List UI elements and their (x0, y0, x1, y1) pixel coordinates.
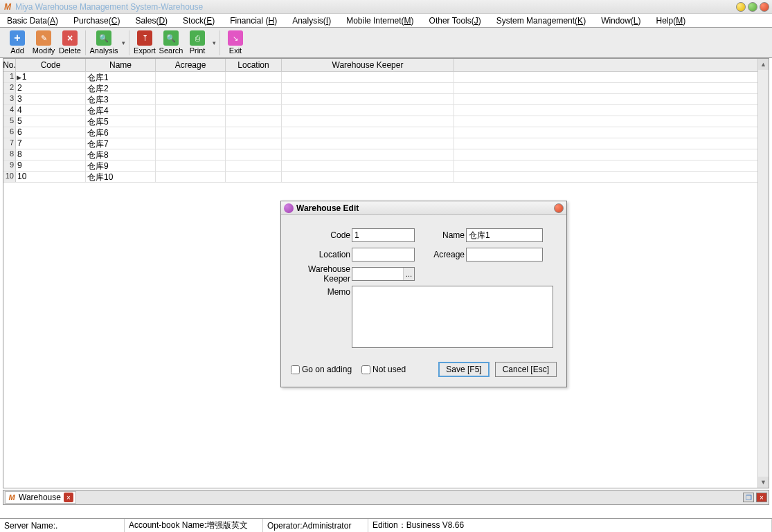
cell-acreage (156, 127, 226, 138)
location-input[interactable] (352, 248, 415, 262)
table-row[interactable]: 22仓库2 (3, 83, 769, 94)
cell-no: 1 (3, 72, 16, 82)
col-acreage[interactable]: Acreage (156, 59, 226, 71)
exit-button[interactable]: ↘ Exit (222, 30, 249, 55)
exit-label: Exit (229, 46, 242, 55)
export-button[interactable]: ⤒ Export (132, 30, 158, 55)
table-row[interactable]: 77仓库7 (3, 138, 769, 149)
print-dropdown[interactable]: ▾ (210, 28, 217, 58)
cell-acreage (156, 138, 226, 149)
status-operator: Operator:Administrator (263, 519, 368, 532)
menu-sales[interactable]: Sales(D) (135, 16, 168, 26)
modify-button[interactable]: ✎ Modify (30, 30, 57, 55)
cell-keeper (282, 127, 454, 138)
cell-acreage (156, 160, 226, 171)
table-row[interactable]: 88仓库8 (3, 149, 769, 160)
maximize-button[interactable] (748, 2, 757, 12)
table-row[interactable]: 1010仓库10 (3, 172, 769, 183)
cell-code: 6 (16, 127, 86, 138)
memo-textarea[interactable] (352, 286, 553, 348)
menu-window[interactable]: Window(L) (601, 16, 640, 26)
name-label: Name (426, 230, 465, 240)
cell-keeper (282, 94, 454, 104)
add-button[interactable]: + Add (4, 30, 30, 55)
tab-warehouse[interactable]: M Warehouse × (5, 491, 76, 504)
col-name[interactable]: Name (86, 59, 156, 71)
scroll-up-icon[interactable]: ▲ (758, 59, 769, 70)
keeper-label: Warehouse Keeper (291, 264, 350, 284)
acreage-input[interactable] (466, 248, 543, 262)
save-button[interactable]: Save [F5] (438, 362, 489, 377)
minimize-button[interactable] (736, 2, 746, 12)
col-location[interactable]: Location (226, 59, 282, 71)
menu-help[interactable]: Help(M) (656, 16, 686, 26)
cancel-button[interactable]: Cancel [Esc] (495, 362, 557, 377)
close-all-button[interactable]: × (756, 493, 767, 502)
close-button[interactable] (760, 2, 769, 12)
cell-name: 仓库2 (86, 83, 156, 93)
go-on-adding-input[interactable] (291, 365, 300, 374)
code-input[interactable] (352, 228, 415, 242)
print-button[interactable]: ⎙ Print (184, 30, 210, 55)
keeper-input[interactable] (352, 268, 403, 280)
cell-keeper (282, 105, 454, 116)
col-code[interactable]: Code (16, 59, 86, 71)
menu-system-management[interactable]: System Management(K) (496, 16, 586, 26)
cell-code: 3 (16, 94, 86, 104)
delete-label: Delete (59, 46, 81, 55)
status-server: Server Name:. (0, 519, 125, 532)
table-row[interactable]: 99仓库9 (3, 160, 769, 172)
cell-no: 2 (3, 83, 16, 93)
vertical-scrollbar[interactable]: ▲ ▼ (757, 59, 769, 488)
cell-keeper (282, 138, 454, 149)
keeper-lookup-button[interactable]: … (403, 268, 414, 280)
menu-basic-data[interactable]: Basic Data(A) (7, 16, 58, 26)
cell-code: 1 (16, 72, 86, 82)
analysis-button[interactable]: 🔍 Analysis (88, 30, 120, 55)
cell-code: 8 (16, 149, 86, 160)
cell-no: 9 (3, 160, 16, 171)
col-no[interactable]: No. (3, 59, 16, 71)
cell-code: 10 (16, 172, 86, 182)
cell-acreage (156, 172, 226, 182)
exit-icon: ↘ (228, 30, 243, 46)
separator (85, 30, 86, 55)
table-row[interactable]: 33仓库3 (3, 94, 769, 105)
dialog-title-bar[interactable]: Warehouse Edit (281, 201, 566, 215)
analysis-dropdown[interactable]: ▾ (120, 28, 127, 58)
cell-location (226, 72, 282, 82)
cell-acreage (156, 94, 226, 104)
cell-acreage (156, 149, 226, 160)
tab-close-button[interactable]: × (64, 493, 73, 502)
menu-mobile-internet[interactable]: Mobile Internet(M) (346, 16, 413, 26)
delete-button[interactable]: × Delete (57, 30, 83, 55)
col-keeper[interactable]: Warehouse Keeper (282, 59, 454, 71)
export-icon: ⤒ (137, 30, 152, 46)
not-used-checkbox[interactable]: Not used (361, 365, 406, 374)
search-button[interactable]: 🔍 Search (158, 30, 184, 55)
cell-keeper (282, 83, 454, 93)
menu-analysis[interactable]: Analysis(I) (292, 16, 331, 26)
restore-button[interactable]: ❐ (743, 493, 754, 502)
window-title: Miya Warehouse Management System-Warehou… (15, 2, 736, 12)
cell-no: 10 (3, 172, 16, 182)
not-used-input[interactable] (361, 365, 370, 374)
menu-other-tools[interactable]: Other Tools(J) (429, 16, 481, 26)
table-row[interactable]: 1 1仓库1 (3, 72, 769, 83)
dialog-close-button[interactable] (554, 203, 564, 213)
cell-location (226, 172, 282, 182)
menu-financial[interactable]: Financial (H) (230, 16, 277, 26)
cell-location (226, 127, 282, 138)
tab-icon: M (8, 493, 16, 502)
cell-no: 3 (3, 94, 16, 104)
table-row[interactable]: 44仓库4 (3, 105, 769, 116)
menu-purchase[interactable]: Purchase(C) (73, 16, 120, 26)
cell-keeper (282, 149, 454, 160)
menu-stock[interactable]: Stock(E) (183, 16, 215, 26)
cell-keeper (282, 72, 454, 82)
scroll-down-icon[interactable]: ▼ (758, 477, 769, 488)
table-row[interactable]: 66仓库6 (3, 127, 769, 138)
table-row[interactable]: 55仓库5 (3, 116, 769, 127)
go-on-adding-checkbox[interactable]: Go on adding (291, 365, 352, 374)
name-input[interactable] (466, 228, 543, 242)
